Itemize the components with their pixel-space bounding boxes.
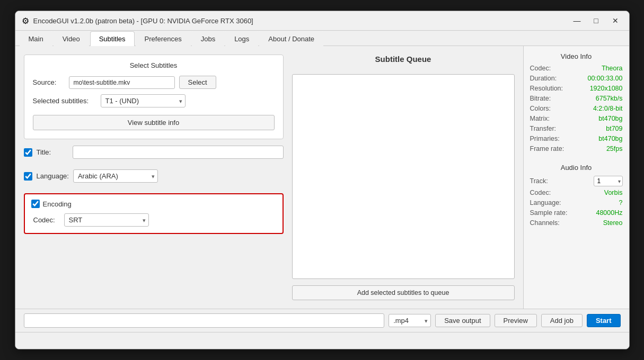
video-duration-value: 00:00:33.00	[587, 75, 622, 82]
video-codec-label: Codec:	[530, 65, 551, 72]
main-panel: Select Subtitles Source: Select Selected…	[15, 46, 523, 309]
video-colors-label: Colors:	[530, 105, 551, 112]
title-checkbox[interactable]	[24, 148, 32, 157]
audio-track-select-wrapper: 1	[594, 176, 623, 186]
tab-logs[interactable]: Logs	[225, 31, 258, 46]
content-area: Select Subtitles Source: Select Selected…	[15, 46, 629, 309]
subtitle-queue-title: Subtitle Queue	[292, 55, 515, 64]
codec-dropdown[interactable]: SRT	[64, 213, 149, 227]
title-input[interactable]	[73, 146, 284, 159]
subtitle-queue-box	[292, 74, 515, 279]
audio-codec-value: Vorbis	[604, 189, 623, 196]
title-row: Title:	[24, 146, 284, 159]
two-column-layout: Select Subtitles Source: Select Selected…	[24, 55, 515, 300]
audio-language-row: Language: ?	[530, 199, 623, 206]
language-label: Language:	[37, 172, 69, 180]
video-resolution-label: Resolution:	[530, 85, 563, 92]
format-select-wrapper: .mp4	[389, 314, 431, 327]
preview-button[interactable]: Preview	[495, 314, 537, 327]
audio-codec-row: Codec: Vorbis	[530, 189, 623, 196]
video-bitrate-value: 6757kb/s	[596, 95, 623, 102]
subtitle-select-wrapper: T1 - (UND)	[101, 94, 186, 107]
output-path-input[interactable]	[24, 313, 385, 328]
audio-language-label: Language:	[530, 199, 561, 206]
language-dropdown[interactable]: Arabic (ARA)	[73, 169, 158, 183]
video-resolution-value: 1920x1080	[590, 85, 623, 92]
video-primaries-value: bt470bg	[598, 135, 622, 142]
subtitle-dropdown[interactable]: T1 - (UND)	[101, 94, 186, 107]
video-duration-label: Duration:	[530, 75, 557, 82]
audio-track-dropdown[interactable]: 1	[594, 176, 623, 186]
tab-main[interactable]: Main	[20, 31, 52, 46]
selected-subtitles-row: Selected subtitles: T1 - (UND)	[33, 94, 275, 107]
footer-bar	[15, 332, 629, 349]
audio-channels-label: Channels:	[530, 219, 560, 227]
add-subtitles-button[interactable]: Add selected subtitles to queue	[292, 285, 515, 300]
encoding-checkbox[interactable]	[31, 200, 40, 208]
window-controls: — □ ✕	[570, 15, 623, 26]
add-job-button[interactable]: Add job	[541, 314, 583, 327]
encoding-section: Encoding Codec: SRT	[24, 193, 284, 234]
start-button[interactable]: Start	[587, 314, 621, 327]
video-duration-row: Duration: 00:00:33.00	[530, 75, 623, 82]
video-bitrate-label: Bitrate:	[530, 95, 551, 102]
maximize-button[interactable]: □	[589, 15, 604, 26]
title-label: Title:	[37, 148, 68, 156]
video-colors-value: 4:2:0/8-bit	[593, 105, 623, 112]
video-colors-row: Colors: 4:2:0/8-bit	[530, 105, 623, 112]
audio-track-label: Track:	[530, 177, 548, 185]
audio-samplerate-row: Sample rate: 48000Hz	[530, 209, 623, 217]
language-checkbox[interactable]	[24, 172, 32, 181]
tab-subtitles[interactable]: Subtitles	[90, 31, 135, 46]
video-primaries-label: Primaries:	[530, 135, 560, 142]
source-input[interactable]	[69, 76, 175, 89]
codec-row: Codec: SRT	[31, 213, 276, 227]
audio-samplerate-value: 48000Hz	[596, 209, 622, 217]
select-source-button[interactable]: Select	[179, 76, 216, 89]
audio-track-row: Track: 1	[530, 176, 623, 186]
video-resolution-row: Resolution: 1920x1080	[530, 85, 623, 92]
audio-codec-label: Codec:	[530, 189, 551, 196]
minimize-button[interactable]: —	[570, 15, 585, 26]
tab-about[interactable]: About / Donate	[259, 31, 323, 46]
language-select-wrapper: Arabic (ARA)	[73, 169, 158, 183]
video-codec-row: Codec: Theora	[530, 65, 623, 72]
save-output-button[interactable]: Save output	[435, 314, 490, 327]
audio-language-value: ?	[619, 199, 623, 206]
right-column: Subtitle Queue Add selected subtitles to…	[292, 55, 515, 300]
select-subtitles-section: Select Subtitles Source: Select Selected…	[24, 55, 284, 139]
language-row: Language: Arabic (ARA)	[24, 169, 284, 183]
selected-subtitles-label: Selected subtitles:	[33, 97, 96, 105]
video-info-title: Video Info	[530, 52, 623, 60]
format-dropdown[interactable]: .mp4	[389, 314, 431, 327]
tab-video[interactable]: Video	[54, 31, 89, 46]
close-button[interactable]: ✕	[608, 15, 623, 26]
view-subtitle-info-button[interactable]: View subtitle info	[33, 115, 275, 130]
video-framerate-value: 25fps	[606, 145, 623, 152]
video-matrix-row: Matrix: bt470bg	[530, 115, 623, 122]
video-primaries-row: Primaries: bt470bg	[530, 135, 623, 142]
tab-jobs[interactable]: Jobs	[192, 31, 224, 46]
video-bitrate-row: Bitrate: 6757kb/s	[530, 95, 623, 102]
tab-preferences[interactable]: Preferences	[136, 31, 191, 46]
video-matrix-value: bt470bg	[598, 115, 622, 122]
video-framerate-label: Frame rate:	[530, 145, 564, 152]
codec-label: Codec:	[33, 216, 60, 224]
audio-channels-value: Stereo	[603, 219, 623, 227]
video-matrix-label: Matrix:	[530, 115, 550, 122]
audio-info-section: Audio Info Track: 1 Codec: Vorbis Langua…	[530, 164, 623, 229]
codec-select-wrapper: SRT	[64, 213, 149, 227]
titlebar: ⚙ EncodeGUI v1.2.0b (patron beta) - [GPU…	[15, 11, 629, 31]
left-column: Select Subtitles Source: Select Selected…	[24, 55, 284, 300]
video-transfer-row: Transfer: bt709	[530, 125, 623, 132]
info-panel: Video Info Codec: Theora Duration: 00:00…	[523, 46, 629, 309]
video-codec-value: Theora	[602, 65, 623, 72]
app-icon: ⚙	[22, 16, 29, 26]
video-info-section: Video Info Codec: Theora Duration: 00:00…	[530, 52, 623, 155]
audio-channels-row: Channels: Stereo	[530, 219, 623, 227]
encoding-header: Encoding	[31, 200, 276, 208]
source-row: Source: Select	[33, 76, 275, 89]
main-window: ⚙ EncodeGUI v1.2.0b (patron beta) - [GPU…	[15, 11, 630, 349]
bottom-bar: .mp4 Save output Preview Add job Start	[15, 309, 629, 332]
audio-samplerate-label: Sample rate:	[530, 209, 568, 217]
